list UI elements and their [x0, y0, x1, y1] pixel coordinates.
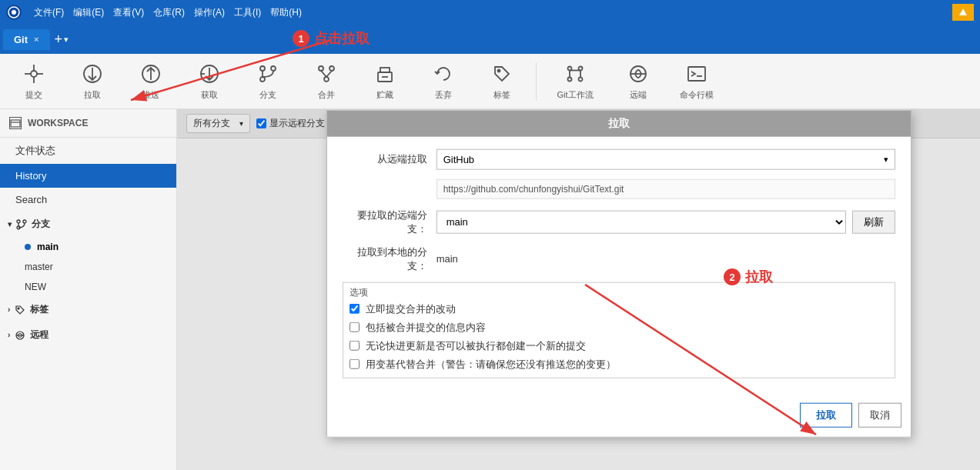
remote-branch-label: 要拉取的远端分支： [343, 208, 427, 235]
toolbar-remote-label: 远端 [630, 89, 647, 101]
menu-tools[interactable]: 工具(I) [234, 6, 261, 19]
remote-select-chevron: ▾ [884, 154, 888, 164]
branch-master-label: master [25, 262, 53, 272]
toolbar-discard-button[interactable]: 丢弃 [416, 57, 471, 106]
remote-select-value: GitHub [443, 153, 474, 165]
options-content: 立即提交合并的改动 包括被合并提交的信息内容 无论快进更新是否可以被执行都创建一… [343, 298, 895, 377]
toolbar-fetch-button[interactable]: 获取 [182, 57, 237, 106]
branch-item-main[interactable]: main [0, 237, 176, 257]
title-bar: 文件(F) 编辑(E) 查看(V) 仓库(R) 操作(A) 工具(I) 帮助(H… [0, 0, 980, 25]
menu-view[interactable]: 查看(V) [113, 6, 144, 19]
menu-action[interactable]: 操作(A) [194, 6, 225, 19]
from-remote-row: 从远端拉取 GitHub ▾ [343, 148, 895, 169]
tab-git[interactable]: Git × [3, 29, 50, 50]
annotation-2-text: 拉取 [745, 268, 773, 286]
toolbar-push-button[interactable]: 推送 [123, 57, 179, 106]
sidebar-tags-header[interactable]: › 标签 [0, 297, 176, 322]
branches-label: 分支 [32, 218, 50, 231]
branch-new-label: NEW [25, 282, 46, 292]
toolbar-branch-button[interactable]: 分支 [240, 57, 296, 106]
sidebar-branches-header[interactable]: ▾ 分支 [0, 212, 176, 237]
remote-icon [15, 330, 25, 341]
remote-branch-row: 要拉取的远端分支： main 刷新 [343, 208, 895, 235]
annotation-2-circle: 2 [724, 268, 741, 285]
menu-help[interactable]: 帮助(H) [270, 6, 302, 19]
option-checkbox-2[interactable] [350, 341, 360, 351]
remote-chevron-icon: › [8, 331, 10, 339]
notification-badge[interactable] [952, 4, 974, 21]
sidebar-remote-header[interactable]: › 远程 [0, 322, 176, 348]
options-group: 选项 立即提交合并的改动 包括被合并提交的信息内容 [343, 282, 895, 378]
main-layout: WORKSPACE 文件状态 History Search ▾ 分支 main … [0, 109, 980, 470]
menu-repo[interactable]: 仓库(R) [153, 6, 185, 19]
svg-point-42 [23, 220, 26, 223]
sidebar-item-search[interactable]: Search [0, 188, 176, 212]
dialog-footer: 拉取 取消 [327, 396, 911, 436]
app-logo [6, 5, 22, 20]
toolbar-push-label: 推送 [142, 89, 159, 101]
local-branch-row: 拉取到本地的分支： main [343, 245, 895, 272]
toolbar-branch-label: 分支 [259, 89, 276, 101]
option-checkbox-3[interactable] [350, 359, 360, 369]
refresh-button[interactable]: 刷新 [852, 210, 895, 233]
from-remote-label: 从远端拉取 [343, 152, 427, 166]
pull-button[interactable]: 拉取 [800, 402, 852, 427]
svg-point-3 [31, 71, 37, 77]
svg-point-19 [319, 66, 323, 71]
tab-add-button[interactable]: + [55, 32, 63, 48]
svg-rect-37 [688, 67, 705, 81]
toolbar-gitflow-label: Git工作流 [557, 89, 593, 101]
svg-point-33 [579, 78, 583, 82]
sidebar-item-file-status[interactable]: 文件状态 [0, 138, 176, 164]
svg-rect-39 [11, 120, 20, 127]
option-row-3[interactable]: 用变基代替合并（警告：请确保您还没有推送您的变更） [350, 357, 888, 371]
annotation-2: 2 拉取 [724, 268, 773, 286]
svg-point-45 [18, 308, 19, 309]
annotation-1: 1 点击拉取 [293, 29, 370, 48]
menu-edit[interactable]: 编辑(E) [73, 6, 104, 19]
tab-label: Git [14, 34, 28, 45]
remote-branch-select-group: main 刷新 [436, 210, 895, 233]
toolbar-tag-button[interactable]: 标签 [474, 57, 530, 106]
toolbar-commit-label: 提交 [25, 89, 42, 101]
workspace-label: WORKSPACE [28, 118, 88, 128]
annotation-1-text: 点击拉取 [314, 29, 370, 48]
sidebar-item-history[interactable]: History [0, 164, 176, 188]
tab-close-button[interactable]: × [34, 35, 38, 44]
dialog-body: 从远端拉取 GitHub ▾ https://github.com/chunfo… [327, 136, 911, 396]
svg-point-27 [498, 70, 500, 72]
branch-item-master[interactable]: master [0, 257, 176, 277]
remote-branch-select[interactable]: main [436, 210, 846, 233]
options-title: 选项 [343, 282, 895, 298]
option-row-0[interactable]: 立即提交合并的改动 [350, 302, 888, 315]
option-row-2[interactable]: 无论快进更新是否可以被执行都创建一个新的提交 [350, 338, 888, 352]
toolbar-terminal-button[interactable]: 命令行模 [669, 57, 724, 106]
branches-chevron-icon: ▾ [8, 220, 12, 228]
toolbar-stash-button[interactable]: 贮藏 [357, 57, 413, 106]
branch-current-dot [25, 244, 31, 250]
cancel-button[interactable]: 取消 [858, 402, 901, 427]
remote-select[interactable]: GitHub ▾ [436, 148, 895, 169]
tab-dropdown-button[interactable]: ▾ [64, 35, 69, 45]
svg-point-21 [324, 77, 329, 82]
toolbar-gitflow-button[interactable]: Git工作流 [543, 57, 607, 106]
toolbar-merge-label: 合并 [318, 89, 335, 101]
menu-file[interactable]: 文件(F) [34, 6, 64, 19]
svg-line-23 [326, 71, 332, 77]
workspace-icon [9, 117, 22, 129]
option-checkbox-0[interactable] [350, 304, 360, 314]
toolbar-remote-button[interactable]: 远端 [610, 57, 666, 106]
branches-icon [16, 219, 27, 230]
branch-main-label: main [37, 242, 59, 252]
option-row-1[interactable]: 包括被合并提交的信息内容 [350, 320, 888, 334]
toolbar-commit-button[interactable]: 提交 [6, 57, 62, 106]
svg-point-1 [12, 10, 16, 15]
toolbar-pull-button[interactable]: 拉取 [65, 57, 120, 106]
branch-item-new[interactable]: NEW [0, 277, 176, 297]
remote-label: 远程 [30, 328, 48, 342]
svg-point-15 [260, 66, 265, 71]
toolbar-merge-button[interactable]: 合并 [299, 57, 354, 106]
option-label-1: 包括被合并提交的信息内容 [366, 320, 486, 334]
toolbar-fetch-label: 获取 [201, 89, 218, 101]
option-checkbox-1[interactable] [350, 322, 360, 332]
